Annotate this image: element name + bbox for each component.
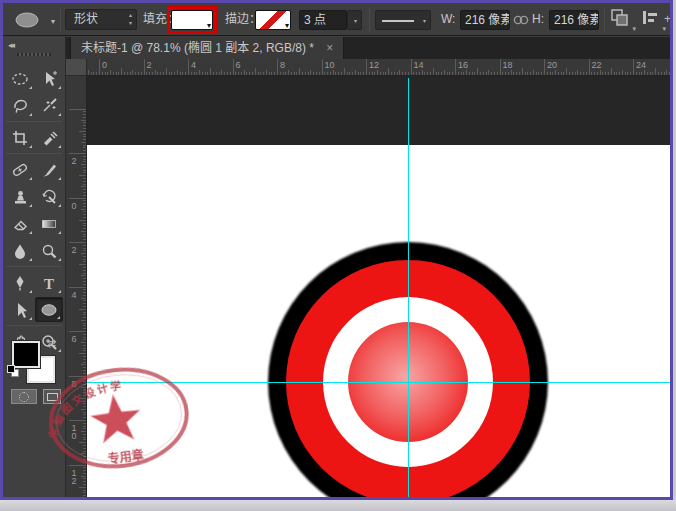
ruler-tick [81,120,86,121]
ruler-tick [91,72,92,75]
path-selection-tool[interactable] [6,297,34,322]
ruler-tick [191,72,192,75]
lasso-tool[interactable] [6,93,34,118]
ruler-tick [616,72,617,75]
ruler-tick [83,389,86,390]
clone-stamp-tool[interactable] [6,184,34,209]
ruler-tick [81,476,86,477]
eyedropper-tool[interactable] [35,125,63,150]
ruler-tick [171,72,172,75]
foreground-color-swatch[interactable] [12,341,40,368]
shape-width-field[interactable]: 216 像素 [460,10,510,30]
ruler-tick [81,431,86,432]
pen-tool[interactable] [6,270,34,295]
path-operations-button[interactable]: ▾ [610,8,634,31]
ellipse-tool-icon [40,301,58,319]
crop-tool[interactable] [6,125,34,150]
ruler-tick [83,439,86,440]
more-options-icon[interactable]: + [664,3,670,36]
stroke-width-dropdown[interactable]: ▾ [347,10,362,30]
tool-list: T [3,65,65,355]
elliptical-marquee-tool[interactable] [6,66,34,91]
ruler-tick [83,250,86,251]
ruler-label: 4 [69,290,79,298]
healing-brush-tool[interactable] [6,157,34,182]
brush-tool[interactable] [35,157,63,182]
ruler-tick [83,473,86,474]
ruler-tick [83,289,86,290]
move-tool[interactable] [35,66,63,91]
swap-colors-icon[interactable]: ⇄ [47,337,56,350]
ruler-tick [83,401,86,402]
horizontal-guide[interactable] [87,382,670,383]
ruler-tick [372,72,373,75]
ruler-label: 24 [636,60,646,70]
path-selection-tool-icon [11,301,29,319]
tool-group-separator [6,153,62,154]
horizontal-ruler[interactable]: 024681012141618202224 [66,59,670,76]
ruler-tick [83,159,86,160]
ruler-tick [83,217,86,218]
ruler-tick [305,72,306,75]
collapse-panel-icon[interactable]: ◂◂ [8,40,13,50]
ruler-tick [352,72,353,75]
vertical-guide[interactable] [408,78,409,497]
ruler-tick [83,462,86,463]
ruler-tick [408,72,409,75]
flyout-triangle-icon [58,113,61,116]
flyout-triangle-icon [58,258,61,261]
ruler-tick [302,72,303,75]
stroke-width-field[interactable]: 3 点 [299,10,347,30]
ruler-tick [83,128,86,129]
quick-mask-button[interactable] [11,389,37,404]
fill-color-swatch[interactable]: ▾ [171,10,213,30]
dodge-tool[interactable] [35,238,63,263]
ruler-tick [402,72,403,75]
ruler-tick [241,72,242,75]
tool-preset-button[interactable]: ▾ [9,7,57,33]
ruler-tick [502,72,503,75]
stroke-color-swatch[interactable]: ▾ [255,10,291,30]
toolbox-header[interactable]: ◂◂ [3,39,65,61]
pick-tool-mode-dropdown[interactable]: 形状 ▴▾ [65,9,137,30]
vertical-ruler[interactable]: 2024681012 [66,76,87,497]
document-viewport[interactable] [87,76,670,497]
ellipse-tool[interactable] [35,297,63,322]
ruler-tick [83,414,86,415]
ruler-tick [81,209,86,210]
ruler-tick [500,59,501,76]
ruler-tick [135,72,136,75]
flyout-triangle-icon [58,145,61,148]
stroke-swatch-caret-icon: ▾ [285,21,289,30]
ruler-tick [394,72,395,75]
document-canvas[interactable] [87,145,670,497]
tab-close-icon[interactable]: × [326,41,333,55]
ruler-tick [83,314,86,315]
shape-height-field[interactable]: 216 像素 [549,10,599,30]
type-tool[interactable]: T [35,270,63,295]
ruler-tick [438,72,439,75]
blur-tool[interactable] [6,238,34,263]
ruler-tick [388,68,389,75]
panel-grip[interactable] [17,53,51,56]
ruler-label: 12 [369,60,379,70]
ruler-tick [547,72,548,75]
ruler-tick [363,72,364,75]
eraser-tool[interactable] [6,211,34,236]
screen-mode-button[interactable] [43,389,61,404]
flyout-triangle-icon [29,204,32,207]
gradient-tool[interactable] [35,211,63,236]
ruler-tick [622,70,623,75]
magic-wand-tool[interactable] [35,93,63,118]
ruler-corner[interactable] [66,59,87,76]
ruler-tick [69,420,86,421]
link-wh-icon[interactable] [513,13,529,27]
stroke-type-dropdown[interactable]: ▾ [375,10,431,30]
history-brush-tool[interactable] [35,184,63,209]
crop-tool-icon [11,129,29,147]
document-tab-bar: 未标题-1 @ 78.1% (椭圆 1 副本 2, RGB/8) * × [66,37,670,59]
align-edges-button[interactable]: ▾ [640,8,664,31]
ruler-tick [83,292,86,293]
ruler-tick [83,150,86,151]
document-tab[interactable]: 未标题-1 @ 78.1% (椭圆 1 副本 2, RGB/8) * × [70,37,344,59]
